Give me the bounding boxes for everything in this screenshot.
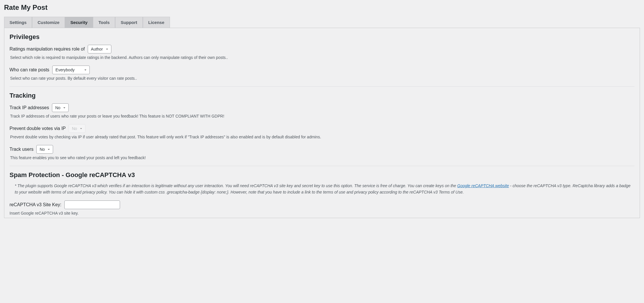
recaptcha-link[interactable]: Google reCAPTCHA website — [457, 183, 509, 188]
tab-settings[interactable]: Settings — [4, 17, 32, 28]
spam-intro-before: * The plugin supports Google reCAPTCHA v… — [15, 183, 457, 188]
field-who-label: Who can rate posts — [10, 67, 49, 72]
nav-tabs: Settings Customize Security Tools Suppor… — [4, 17, 640, 28]
divider — [10, 166, 634, 166]
tab-content-security: Privileges Ratings manipulation requires… — [4, 28, 640, 218]
who-select[interactable]: Everybody — [52, 66, 90, 74]
sitekey-input[interactable] — [64, 200, 120, 209]
field-who: Who can rate posts Everybody — [10, 66, 634, 74]
field-track-users: Track users No — [10, 145, 634, 154]
section-title-spam: Spam Protection - Google reCAPTCHA v3 — [10, 171, 634, 179]
field-role-label: Ratings manipulation requires role of — [10, 47, 85, 51]
track-ip-select[interactable]: No — [52, 103, 69, 112]
field-sitekey-label: reCAPTCHA v3 Site Key: — [10, 202, 61, 207]
field-prevent-double-desc: Prevent double votes by checking via IP … — [10, 135, 634, 139]
field-role-desc: Select which role is required to manipul… — [10, 55, 634, 60]
field-prevent-double: Prevent double votes via IP No — [10, 124, 634, 133]
field-track-ip: Track IP addresses No — [10, 103, 634, 112]
tab-support[interactable]: Support — [115, 17, 143, 28]
section-title-tracking: Tracking — [10, 92, 634, 99]
field-role: Ratings manipulation requires role of Au… — [10, 45, 634, 53]
field-track-users-label: Track users — [10, 147, 33, 152]
divider — [10, 86, 634, 87]
field-track-ip-desc: Track IP addresses of users who rate you… — [10, 114, 634, 118]
tab-license[interactable]: License — [143, 17, 170, 28]
page-title: Rate My Post — [4, 0, 640, 17]
role-select[interactable]: Author — [88, 45, 111, 53]
field-who-desc: Select who can rate your posts. By defau… — [10, 76, 634, 81]
tab-customize[interactable]: Customize — [32, 17, 65, 28]
tab-security[interactable]: Security — [65, 17, 93, 28]
spam-intro: * The plugin supports Google reCAPTCHA v… — [10, 183, 634, 195]
field-track-ip-label: Track IP addresses — [10, 105, 49, 110]
section-title-privileges: Privileges — [10, 33, 634, 41]
field-track-users-desc: This feature enables you to see who rate… — [10, 155, 634, 160]
track-users-select[interactable]: No — [36, 145, 53, 154]
field-prevent-double-label: Prevent double votes via IP — [10, 126, 66, 131]
field-sitekey: reCAPTCHA v3 Site Key: — [10, 200, 634, 209]
field-sitekey-desc: Insert Google reCAPTCHA v3 site key. — [10, 211, 634, 215]
prevent-double-select: No — [69, 124, 85, 133]
tab-tools[interactable]: Tools — [93, 17, 115, 28]
